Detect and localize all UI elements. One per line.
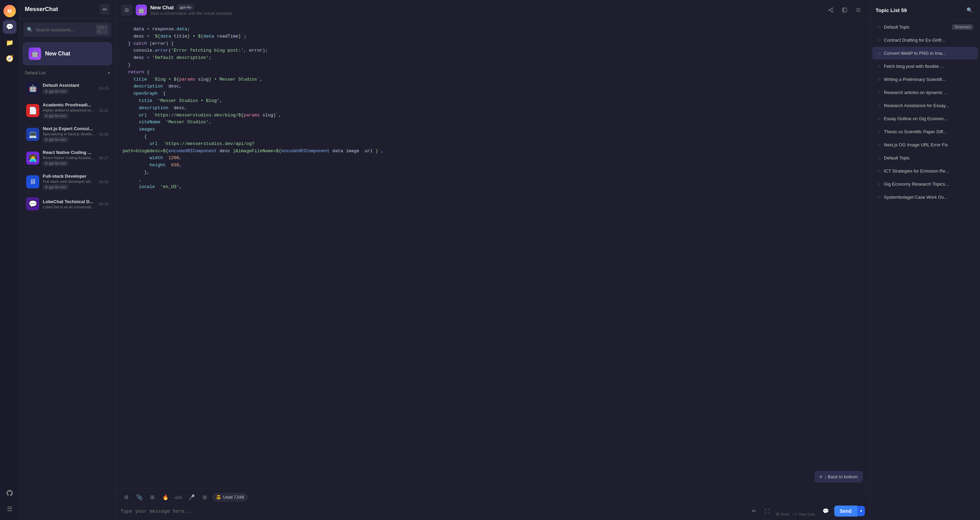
assistant-name-4: Full-stack Developer: [43, 174, 95, 179]
search-input[interactable]: [35, 27, 93, 32]
topic-search-button[interactable]: 🔍: [964, 5, 975, 15]
topic-star-1: ☆: [877, 38, 881, 43]
input-row: ✏ ⛶ ⌘ Send / ↵ New Line 💬 Send ▾: [121, 506, 865, 517]
assistant-desc-5: LobeChat is an AI conversatio...: [43, 205, 95, 209]
topic-name-8: Thesis vs Scientific Paper Diff...: [884, 129, 973, 134]
svg-line-4: [830, 9, 832, 10]
assistant-item[interactable]: 🤖 Default Assistant ⚙ gpt-4o-mini 10-15: [21, 78, 113, 98]
temp-badge-0: Temporary: [952, 24, 973, 30]
new-chat-pencil-icon[interactable]: ✏: [100, 4, 110, 14]
share-button[interactable]: [825, 4, 837, 16]
folder-icon[interactable]: 📁: [3, 36, 16, 49]
topic-item-3[interactable]: ☆ Fetch blog post with flexible ...: [872, 60, 978, 73]
code-button[interactable]: </>: [173, 492, 184, 503]
assistant-model-3: ⚙ gpt-4o-mini: [43, 161, 68, 166]
topic-name-7: Essay Outline on Gig Econom...: [884, 116, 973, 121]
assistant-info-1: Academic Proofreadi... Highly skilled in…: [43, 102, 95, 119]
new-chat-label: New Chat: [45, 51, 70, 57]
section-chevron: ▾: [108, 71, 110, 75]
topic-name-13: Systembolaget Case Work Ov...: [884, 195, 973, 200]
menu-icon[interactable]: ☰: [3, 502, 16, 516]
mic-button[interactable]: 🎤: [186, 492, 197, 503]
usage-label: Used 7,049: [223, 495, 244, 500]
assistant-item[interactable]: 📄 Academic Proofreadi... Highly skilled …: [21, 99, 113, 122]
chat-title-block: New Chat gpt-4o Start a conversation wit…: [150, 4, 821, 16]
chat-title: New Chat gpt-4o: [150, 4, 821, 10]
sidebar-header: MesserChat ✏: [19, 0, 115, 19]
right-sidebar-header: Topic List 59 🔍: [870, 0, 980, 20]
assistant-info-2: Next.js Expert Consul... Specializing in…: [43, 126, 95, 142]
topic-item-10[interactable]: ☆ Default Topic: [872, 152, 978, 164]
assistant-info-3: React Native Coding ... React Native Cod…: [43, 150, 95, 166]
expand-button[interactable]: [839, 4, 850, 16]
collapse-button[interactable]: ⊟: [121, 5, 132, 16]
expand-input-icon[interactable]: ⛶: [762, 506, 773, 517]
assistant-desc-4: Full-stack web developer wit...: [43, 179, 95, 184]
send-area: Send ▾: [834, 506, 865, 517]
topic-star-5: ☆: [877, 90, 881, 95]
topic-name-11: ICT Strategies for Emission Re...: [884, 168, 973, 174]
topic-item-6[interactable]: ☆ Research Assistance for Essay...: [872, 99, 978, 112]
user-avatar: M: [3, 5, 16, 17]
github-icon[interactable]: [3, 486, 16, 500]
attachment-button[interactable]: 📎: [134, 492, 145, 503]
assistant-info-4: Full-stack Developer Full-stack web deve…: [43, 174, 95, 190]
back-to-bottom-button[interactable]: ≡ ↓ Back to bottom: [815, 471, 863, 482]
model-badge: gpt-4o: [177, 4, 194, 10]
topic-star-6: ☆: [877, 103, 881, 108]
topic-item-5[interactable]: ☆ Research articles on dynamic ...: [872, 86, 978, 99]
assistant-icon-1: 📄: [26, 104, 39, 117]
topic-item-7[interactable]: ☆ Essay Outline on Gig Econom...: [872, 112, 978, 125]
svg-point-0: [832, 8, 833, 9]
chat-icon-btn[interactable]: 💬: [821, 506, 832, 517]
assistant-item[interactable]: 💬 LobeChat Technical D... LobeChat is an…: [21, 194, 113, 214]
topic-item-9[interactable]: ☆ Next.js OG Image URL Error Fix: [872, 138, 978, 151]
input-toolbar: ⚙ 📎 ⊞ 🔥 </> 🎤 ⊞ 😎 Used 7,049: [121, 492, 865, 503]
send-hint: ⌘ Send: [776, 512, 789, 517]
topic-name-12: Gig Economy Research Topics...: [884, 181, 973, 187]
assistant-desc-1: Highly skilled in advanced res...: [43, 108, 95, 112]
tools-button[interactable]: ⚙: [121, 492, 132, 503]
topic-star-2: ☆: [877, 51, 881, 56]
search-bar[interactable]: 🔍 Ctrl K: [24, 22, 111, 37]
chat-icon[interactable]: 💬: [3, 20, 16, 34]
assistant-icon-4: 🖥: [26, 175, 39, 189]
new-chat-card[interactable]: 🤖 New Chat: [23, 42, 112, 65]
fire-button[interactable]: 🔥: [160, 492, 171, 503]
chat-content[interactable]: data = response.data; desc = `${data tit…: [116, 20, 870, 488]
table-button[interactable]: ⊞: [147, 492, 158, 503]
assistant-item[interactable]: 👩‍💻 React Native Coding ... React Native…: [21, 146, 113, 170]
edit-icon[interactable]: ✏: [749, 506, 760, 517]
avatar-icon[interactable]: M: [3, 4, 16, 18]
grid-button[interactable]: ⊞: [199, 492, 210, 503]
assistant-list: 🤖 Default Assistant ⚙ gpt-4o-mini 10-15 …: [19, 78, 115, 520]
more-button[interactable]: [853, 4, 864, 16]
topic-item-11[interactable]: ☆ ICT Strategies for Emission Re...: [872, 165, 978, 178]
topic-item-12[interactable]: ☆ Gig Economy Research Topics...: [872, 178, 978, 190]
topic-item-13[interactable]: ☆ Systembolaget Case Work Ov...: [872, 191, 978, 203]
new-chat-logo: 🤖: [29, 48, 41, 60]
left-sidebar: MesserChat ✏ 🔍 Ctrl K 🤖 New Chat Default…: [19, 0, 116, 520]
topic-item-2[interactable]: ☆ Convert WebP to PNG in Ima...: [872, 47, 978, 60]
topic-item-0[interactable]: ☆ Default Topic Temporary: [872, 21, 978, 33]
topic-star-3: ☆: [877, 64, 881, 69]
assistant-date-0: 10-15: [99, 86, 108, 90]
topic-name-10: Default Topic: [884, 155, 973, 160]
input-hints: ⌘ Send / ↵ New Line: [776, 512, 815, 517]
right-sidebar-title: Topic List 59: [876, 7, 907, 13]
topic-item-1[interactable]: ☆ Contract Drafting for Ex-Girlfr...: [872, 34, 978, 46]
assistant-item[interactable]: 🖥 Full-stack Developer Full-stack web de…: [21, 170, 113, 193]
assistant-date-4: 09-25: [99, 180, 108, 184]
topic-item-4[interactable]: ☆ Writing a Preliminary Scientifi...: [872, 73, 978, 86]
send-dropdown-button[interactable]: ▾: [857, 506, 865, 516]
assistant-item[interactable]: 💻 Next.js Expert Consul... Specializing …: [21, 123, 113, 146]
topic-star-10: ☆: [877, 155, 881, 160]
chat-subtitle: Start a conversation with the virtual as…: [150, 11, 821, 16]
token-usage-badge[interactable]: 😎 Used 7,049: [212, 493, 248, 501]
topic-name-0: Default Topic: [884, 24, 949, 30]
topic-item-8[interactable]: ☆ Thesis vs Scientific Paper Diff...: [872, 125, 978, 138]
chat-header: ⊟ 🤖 New Chat gpt-4o Start a conversation…: [116, 0, 870, 20]
message-input[interactable]: [121, 508, 746, 517]
send-button[interactable]: Send: [834, 506, 857, 517]
compass-icon[interactable]: 🧭: [3, 52, 16, 65]
